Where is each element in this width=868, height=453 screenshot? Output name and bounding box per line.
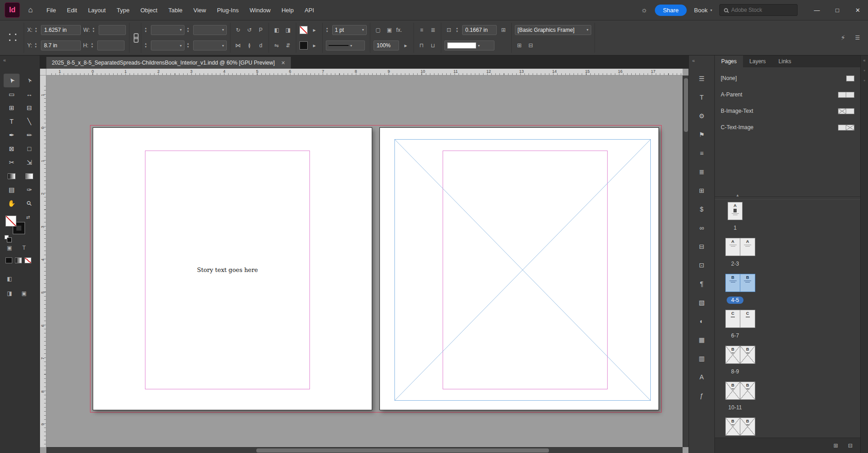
strip-expand-icon[interactable]: « <box>863 58 865 63</box>
page-thumbnail[interactable]: C <box>740 310 755 328</box>
effects-label[interactable]: fx. <box>396 27 402 33</box>
gradient-panel-icon[interactable]: ▧ <box>692 293 711 312</box>
stroke-color-swatch[interactable] <box>299 26 308 34</box>
line-tool[interactable]: ╲ <box>21 115 37 128</box>
height-field[interactable] <box>97 40 125 50</box>
flip-h-icon[interactable]: ◧ <box>272 25 281 35</box>
constrain-proportions-toggle[interactable] <box>133 33 138 42</box>
menu-table[interactable]: Table <box>163 4 188 16</box>
pen-tool[interactable]: ✒ <box>4 128 20 142</box>
pasteboard[interactable]: Story text goes here <box>46 76 683 447</box>
home-icon[interactable]: ⌂ <box>23 5 38 15</box>
spread-page-numbers[interactable]: 4-5 <box>715 297 755 304</box>
parent-page-thumbnail[interactable] <box>838 125 846 131</box>
text-frame[interactable]: Story text goes here <box>145 151 310 389</box>
rotate-90-cw-button[interactable]: ↻ <box>234 25 243 35</box>
menu-view[interactable]: View <box>188 4 212 16</box>
content-placer-tool[interactable]: ⊟ <box>21 101 37 115</box>
swap-fill-stroke-icon[interactable]: ⇄ <box>26 215 30 220</box>
parent-page-row[interactable]: A-Parent <box>715 86 860 103</box>
page-thumbnail[interactable]: B <box>740 418 755 436</box>
paragraph-styles-panel-icon[interactable]: ¶ <box>692 274 711 293</box>
selection-tool[interactable]: ➤ <box>4 74 20 87</box>
apply-color-button[interactable] <box>5 257 12 263</box>
menu-layout[interactable]: Layout <box>83 4 111 16</box>
direct-selection-tool[interactable]: ➢ <box>21 74 37 87</box>
story-text[interactable]: Story text goes here <box>197 267 258 273</box>
style-grid-b-button[interactable]: ⊟ <box>526 41 535 50</box>
stroke-weight-combo[interactable]: 1 pt▾ <box>332 25 367 35</box>
fit-content-button[interactable]: ⊡ <box>444 25 454 35</box>
strip-icon-2[interactable]: ▫ <box>863 78 865 83</box>
stock-purchase-panel-icon[interactable]: $ <box>692 200 711 218</box>
stroke-panel-icon[interactable]: ≡ <box>692 144 711 162</box>
vertical-ruler[interactable]: 10123456789 <box>40 76 46 447</box>
page-thumbnail[interactable]: B <box>725 418 740 436</box>
apply-none-button[interactable] <box>25 257 31 263</box>
page-right[interactable] <box>379 127 659 410</box>
normal-view-button[interactable]: ◧ <box>5 275 14 283</box>
workspace-dropdown[interactable]: Book▾ <box>694 7 712 14</box>
spread-page-numbers[interactable]: 10-11 <box>715 404 755 412</box>
section-divider[interactable] <box>715 196 860 200</box>
width-field[interactable] <box>99 25 126 35</box>
color-panel-icon[interactable]: ◐ <box>692 312 711 330</box>
frame-options-button[interactable]: ▢ <box>374 25 383 35</box>
stroke-flyout-arrow[interactable]: ▸ <box>310 25 319 35</box>
tab-links[interactable]: Links <box>772 55 798 67</box>
parent-page-row[interactable]: C-Text-Image <box>715 119 860 136</box>
delete-page-button[interactable]: ⊟ <box>846 441 855 450</box>
swatches-panel-icon[interactable]: ▦ <box>692 330 711 349</box>
menu-window[interactable]: Window <box>244 4 276 16</box>
parent-page-thumbnail[interactable] <box>838 108 846 114</box>
character-styles-panel-icon[interactable]: A <box>692 367 711 386</box>
hand-tool[interactable]: ✋ <box>4 196 20 210</box>
w-stepper[interactable] <box>92 26 96 34</box>
minimize-button[interactable]: — <box>807 0 827 20</box>
scale-y-stepper[interactable] <box>145 41 149 50</box>
tab-pages[interactable]: Pages <box>715 55 743 67</box>
spread-page-numbers[interactable]: 8-9 <box>715 368 755 376</box>
corner-radius-stepper[interactable] <box>456 26 460 34</box>
zoom-tool[interactable]: ⚲ <box>21 196 37 210</box>
page-thumbnail[interactable]: C <box>725 310 740 328</box>
y-position-field[interactable] <box>41 40 81 50</box>
spread-page-numbers[interactable]: 1 <box>715 225 755 232</box>
page-thumbnail[interactable]: A <box>740 238 755 256</box>
horizontal-ruler[interactable]: 101234567891011121314151617 <box>46 69 683 76</box>
note-tool[interactable]: ▤ <box>4 183 20 196</box>
close-tab-icon[interactable]: ✕ <box>281 60 285 66</box>
drop-shadow-button[interactable]: ▣ <box>385 25 394 35</box>
rectangle-tool[interactable]: □ <box>21 142 37 156</box>
object-style-combo[interactable]: [Basic Graphics Frame]▾ <box>515 25 591 35</box>
flip-vertical-button[interactable]: ≬ <box>245 41 254 50</box>
parent-page-row[interactable]: B-Image-Text <box>715 103 860 119</box>
vertical-scroll-thumb[interactable] <box>684 78 688 132</box>
separations-panel-icon[interactable]: ▥ <box>692 349 711 367</box>
gap-tool[interactable]: ↔ <box>21 87 37 101</box>
menu-api[interactable]: API <box>299 4 319 16</box>
page-thumbnail[interactable]: B <box>725 346 740 364</box>
y-stepper[interactable] <box>35 41 39 50</box>
gpu-performance-icon[interactable]: ⚡ <box>838 33 848 42</box>
restore-button[interactable]: □ <box>827 0 848 20</box>
swap-v-icon[interactable]: ⇵ <box>284 41 293 50</box>
stock-search-input[interactable] <box>731 7 788 13</box>
layers-panel-icon[interactable]: ⊡ <box>692 256 711 274</box>
formatting-affects-container-button[interactable]: ▣ <box>5 244 14 252</box>
corner-options-button[interactable]: ⊞ <box>499 25 508 35</box>
page-thumbnail[interactable]: A <box>725 238 740 256</box>
type-tool[interactable]: T <box>4 115 20 128</box>
menu-plug-ins[interactable]: Plug-Ins <box>211 4 244 16</box>
page-thumbnail[interactable]: B <box>725 274 740 292</box>
tab-layers[interactable]: Layers <box>743 55 772 67</box>
spread-page-numbers[interactable]: 6-7 <box>715 332 755 340</box>
indesign-logo[interactable]: Id <box>5 2 20 18</box>
menu-edit[interactable]: Edit <box>61 4 82 16</box>
pages-panel-icon[interactable]: ⊞ <box>692 181 711 200</box>
parent-page-thumbnail[interactable] <box>846 108 854 114</box>
align-top-button[interactable]: ⊓ <box>417 41 426 50</box>
gradient-feather-tool[interactable] <box>21 169 37 183</box>
style-grid-a-button[interactable]: ⊞ <box>515 41 524 50</box>
page-thumbnail[interactable]: B <box>725 382 740 400</box>
